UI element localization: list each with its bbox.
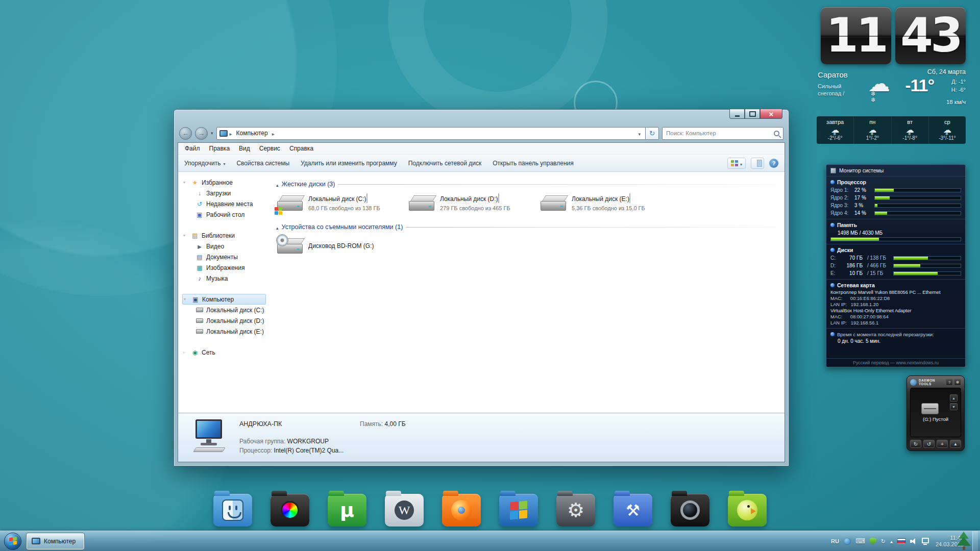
keyboard-icon[interactable]	[855, 538, 865, 544]
network-status-icon[interactable]	[922, 538, 929, 543]
bullet-icon	[830, 248, 835, 252]
antivirus-shield-icon[interactable]	[870, 538, 876, 545]
menu-file[interactable]: Файл	[180, 143, 205, 154]
system-properties-button[interactable]: Свойства системы	[236, 160, 289, 167]
collapse-arrow-icon[interactable]	[276, 180, 279, 189]
sidebar-item-documents[interactable]: Документы	[182, 252, 271, 262]
search-input[interactable]	[666, 130, 774, 136]
update-icon[interactable]	[881, 538, 886, 544]
expand-arrow-icon[interactable]	[183, 350, 188, 355]
collapse-arrow-icon[interactable]	[276, 222, 279, 232]
menu-help[interactable]: Справка	[285, 143, 318, 154]
drive-tile-d[interactable]: Локальный диск (D:) 279 ГБ свободно из 4…	[408, 193, 540, 213]
sidebar-item-computer[interactable]: Компьютер	[182, 294, 266, 305]
taskbar: Компьютер RU 11:43 24.03.2012	[0, 531, 980, 551]
group-header-hard-disks[interactable]: Жесткие диски (3)	[276, 178, 777, 190]
forecast-cloud-icon	[943, 126, 951, 134]
sidebar-item-pictures[interactable]: Изображения	[182, 262, 271, 273]
expand-arrow-icon[interactable]	[183, 180, 188, 185]
finder-dock-icon[interactable]	[213, 494, 252, 527]
recent-pages-chevron-icon[interactable]	[211, 131, 213, 136]
cpu-core-row: Ядро 3:3 %	[830, 202, 961, 209]
russian-flag-icon[interactable]	[897, 538, 905, 544]
sidebar-item-favorites[interactable]: Избранное	[182, 177, 271, 188]
firefox-dock-icon[interactable]	[442, 494, 481, 527]
start-button[interactable]	[4, 533, 21, 550]
daemon-remount-button[interactable]	[923, 440, 935, 448]
forecast-bar: завтра-2°/-6° пн1°/-2° вт-1°/-8° ср-3°/-…	[817, 116, 966, 144]
daemon-eject-button[interactable]	[950, 440, 961, 448]
camera-dock-icon[interactable]	[671, 494, 709, 527]
help-button[interactable]	[769, 159, 778, 168]
daemon-unmount-button[interactable]	[950, 403, 958, 410]
weather-city: Саратов	[818, 70, 848, 79]
taskbar-button-computer[interactable]: Компьютер	[27, 533, 84, 549]
drive-tile-c[interactable]: Локальный диск (C:) 68,0 ГБ свободно из …	[276, 193, 408, 213]
organize-button[interactable]: Упорядочить	[184, 160, 225, 167]
bullet-icon	[830, 223, 835, 227]
build-tools-dock-icon[interactable]	[614, 494, 652, 527]
sidebar-label: Видео	[206, 243, 224, 250]
open-control-panel-button[interactable]: Открыть панель управления	[493, 160, 574, 167]
tray-expand-chevron-icon[interactable]	[890, 538, 893, 544]
wallpaper-circle	[388, 0, 607, 128]
refresh-button[interactable]	[646, 127, 659, 140]
sidebar-item-desktop[interactable]: Рабочий стол	[182, 209, 271, 220]
daemon-add-button[interactable]	[937, 440, 948, 448]
close-button[interactable]	[760, 109, 782, 119]
search-icon	[774, 131, 779, 136]
volume-icon[interactable]	[910, 538, 917, 544]
search-box[interactable]	[662, 127, 783, 140]
sidebar-item-recent-places[interactable]: Недавние места	[182, 198, 271, 209]
disk-bar	[893, 256, 961, 260]
tray-app-badge-icon[interactable]	[844, 538, 851, 545]
windows-dock-icon[interactable]	[499, 494, 538, 527]
duck-dock-icon[interactable]	[728, 494, 767, 527]
sidebar-item-disk-e[interactable]: Локальный диск (E:)	[182, 326, 271, 337]
sidebar-item-disk-d[interactable]: Локальный диск (D:)	[182, 315, 271, 326]
sidebar-item-downloads[interactable]: Загрузки	[182, 188, 271, 198]
daemon-help-button[interactable]: ?	[946, 379, 953, 386]
expand-arrow-icon[interactable]	[183, 233, 188, 238]
breadcrumb[interactable]: Компьютер	[216, 127, 646, 140]
breadcrumb-arrow-icon[interactable]	[230, 129, 232, 138]
command-bar: Упорядочить Свойства системы Удалить или…	[178, 155, 785, 172]
menu-tools[interactable]: Сервис	[255, 143, 285, 154]
sysmon-cpu-section: Процессор Ядро 1:22 % Ядро 2:17 % Ядро 3…	[826, 176, 965, 219]
address-history-chevron-icon[interactable]	[636, 129, 643, 138]
expand-arrow-icon[interactable]	[184, 297, 189, 302]
design-tools-dock-icon[interactable]	[271, 494, 309, 527]
map-network-drive-button[interactable]: Подключить сетевой диск	[408, 160, 481, 167]
preview-pane-button[interactable]	[751, 158, 764, 169]
back-button[interactable]	[179, 127, 192, 140]
daemon-settings-button[interactable]	[954, 379, 961, 386]
breadcrumb-item-computer[interactable]: Компьютер	[234, 129, 270, 138]
drive-tile-e[interactable]: Локальный диск (E:) 5,36 ГБ свободно из …	[540, 193, 671, 213]
minimize-button[interactable]	[729, 109, 745, 119]
change-view-button[interactable]	[727, 158, 746, 169]
bdrom-tile[interactable]: Дисковод BD-ROM (G:)	[276, 236, 374, 256]
system-settings-dock-icon[interactable]	[556, 494, 595, 527]
breadcrumb-arrow-icon[interactable]	[272, 129, 275, 138]
group-header-removable[interactable]: Устройства со съемными носителями (1)	[276, 221, 777, 233]
computer-icon	[191, 296, 200, 303]
uninstall-program-button[interactable]: Удалить или изменить программу	[301, 160, 397, 167]
daemon-refresh-button[interactable]	[910, 440, 921, 448]
sidebar-item-videos[interactable]: Видео	[182, 241, 271, 252]
menu-edit[interactable]: Правка	[205, 143, 235, 154]
daemon-mount-button[interactable]	[950, 394, 958, 402]
menu-view[interactable]: Вид	[234, 143, 255, 154]
wordpress-dock-icon[interactable]	[385, 494, 424, 527]
dock	[213, 494, 767, 527]
forward-button[interactable]	[195, 127, 208, 140]
utorrent-dock-icon[interactable]	[328, 494, 366, 527]
sidebar-item-music[interactable]: Музыка	[182, 273, 271, 284]
language-indicator[interactable]: RU	[831, 538, 839, 544]
show-desktop-button[interactable]	[972, 531, 978, 551]
sidebar-item-disk-c[interactable]: Локальный диск (C:)	[182, 305, 271, 315]
sidebar-item-libraries[interactable]: Библиотеки	[182, 230, 271, 241]
maximize-button[interactable]	[745, 109, 760, 119]
window-titlebar[interactable]	[174, 110, 789, 124]
sidebar-item-network[interactable]: Сеть	[182, 347, 271, 358]
clock-weather-widget[interactable]: 11 43 Саратов Сильныйснегопад / Сб, 24 м…	[817, 7, 966, 144]
